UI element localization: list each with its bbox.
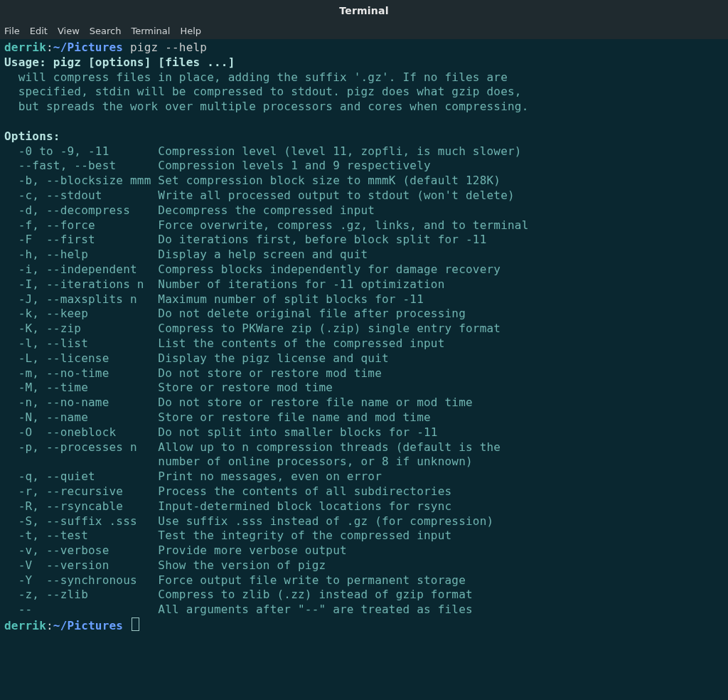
menu-search[interactable]: Search (90, 26, 122, 36)
prompt-user: derrik (4, 41, 46, 54)
option-line: -V --version Show the version of pigz (4, 558, 326, 572)
prompt-user: derrik (4, 619, 46, 632)
cursor-icon (132, 617, 139, 631)
option-line: -q, --quiet Print no messages, even on e… (4, 470, 382, 483)
option-line: -c, --stdout Write all processed output … (4, 189, 515, 202)
option-line: -I, --iterations n Number of iterations … (4, 277, 444, 291)
option-line: -h, --help Display a help screen and qui… (4, 248, 368, 261)
window-title: Terminal (339, 5, 388, 16)
menubar: File Edit View Search Terminal Help (0, 21, 728, 41)
option-line: -p, --processes n Allow up to n compress… (4, 440, 500, 454)
menu-file[interactable]: File (4, 26, 20, 36)
menu-view[interactable]: View (58, 26, 80, 36)
option-line: -R, --rsyncable Input-determined block l… (4, 499, 451, 513)
prompt-path: ~/Pictures (53, 41, 123, 54)
option-line: -f, --force Force overwrite, compress .g… (4, 218, 528, 232)
prompt-path: ~/Pictures (53, 619, 123, 632)
usage-desc-line: will compress files in place, adding the… (4, 70, 508, 84)
usage-desc-line: but spreads the work over multiple proce… (4, 100, 528, 113)
options-header: Options: (4, 129, 60, 143)
prompt-sep: : (46, 619, 53, 632)
option-line: -b, --blocksize mmm Set compression bloc… (4, 174, 500, 187)
option-line: -k, --keep Do not delete original file a… (4, 307, 466, 320)
option-line: -F --first Do iterations first, before b… (4, 233, 486, 246)
menu-help[interactable]: Help (180, 26, 201, 36)
option-line: --fast, --best Compression levels 1 and … (4, 159, 431, 172)
prompt-sep: : (46, 41, 53, 54)
option-line: -v, --verbose Provide more verbose outpu… (4, 543, 347, 557)
option-line: -l, --list List the contents of the comp… (4, 336, 444, 350)
option-line: -S, --suffix .sss Use suffix .sss instea… (4, 514, 493, 528)
option-line: -N, --name Store or restore file name an… (4, 410, 431, 424)
option-line: -i, --independent Compress blocks indepe… (4, 262, 500, 276)
menu-terminal[interactable]: Terminal (131, 26, 170, 36)
option-line: -n, --no-name Do not store or restore fi… (4, 396, 473, 409)
prompt-command: pigz --help (130, 41, 207, 54)
menu-edit[interactable]: Edit (30, 26, 48, 36)
option-line: -- All arguments after "--" are treated … (4, 603, 473, 616)
option-line: -Y --synchronous Force output file write… (4, 573, 466, 587)
option-line: -d, --decompress Decompress the compress… (4, 203, 375, 217)
option-line: -t, --test Test the integrity of the com… (4, 529, 451, 542)
option-line: -O --oneblock Do not split into smaller … (4, 425, 438, 439)
option-line: -m, --no-time Do not store or restore mo… (4, 366, 382, 380)
option-line: number of online processors, or 8 if unk… (4, 455, 473, 468)
option-line: -L, --license Display the pigz license a… (4, 351, 389, 365)
option-line: -r, --recursive Process the contents of … (4, 484, 451, 498)
option-line: -0 to -9, -11 Compression level (level 1… (4, 144, 522, 158)
usage-desc-line: specified, stdin will be compressed to s… (4, 85, 522, 98)
option-line: -K, --zip Compress to PKWare zip (.zip) … (4, 322, 500, 335)
option-line: -z, --zlib Compress to zlib (.zz) instea… (4, 588, 473, 601)
usage-line: Usage: pigz [options] [files ...] (4, 55, 235, 69)
option-line: -M, --time Store or restore mod time (4, 381, 333, 394)
option-line: -J, --maxsplits n Maximum number of spli… (4, 292, 424, 306)
terminal-output[interactable]: derrik:~/Pictures pigz --help Usage: pig… (0, 39, 728, 700)
window-titlebar: Terminal (0, 0, 728, 21)
